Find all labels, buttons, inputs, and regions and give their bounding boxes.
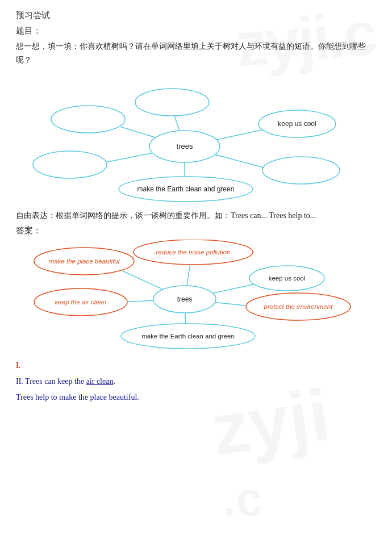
svg-text:make the place beautiful: make the place beautiful xyxy=(49,258,120,265)
svg-text:keep us cool: keep us cool xyxy=(269,275,306,282)
answer-web-svg: trees make the place beautiful reduce th… xyxy=(16,240,376,353)
svg-text:make the Earth clean and green: make the Earth clean and green xyxy=(137,185,235,193)
svg-text:make the Earth clean and green: make the Earth clean and green xyxy=(141,333,235,340)
svg-text:.c: .c xyxy=(222,472,262,526)
question-label: 题目： xyxy=(16,26,41,35)
preview-title: 预习尝试 xyxy=(16,10,376,21)
svg-point-8 xyxy=(51,106,125,133)
answer-label: 答案： xyxy=(16,225,376,236)
svg-text:trees: trees xyxy=(177,295,193,303)
svg-point-13 xyxy=(262,157,340,184)
answer-word-web: trees make the place beautiful reduce th… xyxy=(16,240,376,353)
free-expression: 自由表达：根据单词网络的提示，谈一谈树的重要作用。如：Trees can... … xyxy=(16,209,376,223)
svg-text:protect the environment: protect the environment xyxy=(264,303,333,310)
word-web-blank: trees keep us cool make the Earth clean … xyxy=(16,73,376,203)
answer-line-3: Trees help to make the place beautiful. xyxy=(16,390,376,405)
answer-line-1: I. xyxy=(16,358,376,374)
answer-lines: I. II. Trees can keep the air clean. Tre… xyxy=(16,358,376,405)
svg-point-9 xyxy=(135,89,209,116)
roman-1: I. xyxy=(16,361,20,370)
svg-text:keep us cool: keep us cool xyxy=(278,120,316,128)
svg-text:reduce the noise pollution: reduce the noise pollution xyxy=(156,249,230,256)
answer-line-2: II. Trees can keep the air clean. xyxy=(16,374,376,390)
instruction-text: 想一想，填一填：你喜欢植树吗？请在单词网络里填上关于树对人与环境有益的短语。你能… xyxy=(16,40,376,67)
word-web-svg-blank: trees keep us cool make the Earth clean … xyxy=(16,73,376,203)
svg-text:trees: trees xyxy=(177,142,193,150)
page: zyji.c 预习尝试 题目： 想一想，填一填：你喜欢植树吗？请在单词网络里填上… xyxy=(0,0,392,417)
svg-text:keep the air clean: keep the air clean xyxy=(55,299,107,305)
svg-point-10 xyxy=(33,151,107,178)
answer-line2-text: II. Trees can keep the air clean. xyxy=(16,377,115,386)
answer-line3-text: Trees help to make the place beautiful. xyxy=(16,393,139,401)
